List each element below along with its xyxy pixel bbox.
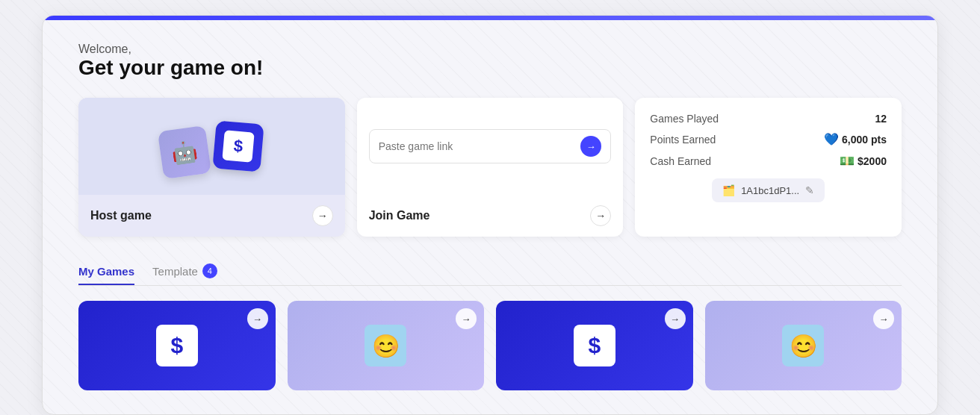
- cash-icon: 💵: [840, 154, 855, 168]
- points-earned-label: Points Earned: [650, 134, 716, 146]
- paste-link-arrow-button[interactable]: →: [580, 136, 601, 157]
- template-badge: 4: [202, 263, 217, 278]
- welcome-section: Welcome, Get your game on!: [78, 43, 902, 80]
- robot-face-icon: 🤖: [170, 138, 199, 166]
- host-card-bottom: Host game →: [78, 195, 345, 237]
- games-played-value: 12: [875, 113, 887, 125]
- host-game-card[interactable]: 🤖 $ Host game →: [78, 98, 345, 237]
- join-card-bottom: Join Game →: [357, 195, 624, 237]
- game-card-1[interactable]: → $: [78, 301, 276, 390]
- wallet-address: 1A1bc1dP1...: [741, 185, 799, 196]
- tab-my-games[interactable]: My Games: [78, 259, 134, 285]
- game-card-2-icon: 😊: [365, 325, 406, 366]
- cash-earned-row: Cash Earned 💵 $2000: [650, 154, 887, 168]
- host-game-arrow-button[interactable]: →: [312, 205, 333, 226]
- dollar-icon: $: [223, 130, 255, 162]
- join-game-arrow-button[interactable]: →: [590, 205, 611, 226]
- points-icon: 💙: [824, 132, 839, 146]
- points-earned-row: Points Earned 💙 6,000 pts: [650, 132, 887, 146]
- main-grid: 🤖 $ Host game → → Join G: [78, 98, 902, 237]
- app-window: Welcome, Get your game on! 🤖 $ Host game…: [42, 15, 938, 415]
- game-card-3-icon: $: [574, 325, 615, 366]
- game-card-2-arrow[interactable]: →: [456, 308, 477, 329]
- game-card-4[interactable]: → 😊: [705, 301, 902, 390]
- wallet-icon: 🗂️: [722, 184, 735, 196]
- paste-input-container: →: [369, 129, 612, 163]
- wallet-row: 🗂️ 1A1bc1dP1... ✎: [650, 178, 887, 202]
- cash-earned-value: 💵 $2000: [840, 154, 887, 168]
- game-card-1-arrow[interactable]: →: [247, 308, 268, 329]
- join-game-label: Join Game: [369, 209, 430, 222]
- host-card-image: 🤖 $: [78, 98, 345, 195]
- game-icon-robot: 🤖: [158, 125, 211, 179]
- cash-earned-label: Cash Earned: [650, 155, 711, 167]
- welcome-title: Get your game on!: [78, 56, 902, 80]
- tab-template[interactable]: Template 4: [152, 258, 217, 286]
- host-game-label: Host game: [90, 209, 152, 222]
- join-card-top: →: [357, 98, 624, 195]
- game-icons: 🤖 $: [161, 122, 262, 170]
- games-grid: → $ → 😊 → $ → 😊: [78, 301, 902, 390]
- join-game-card[interactable]: → Join Game →: [357, 98, 624, 237]
- game-card-1-icon: $: [156, 325, 198, 366]
- wallet-badge: 🗂️ 1A1bc1dP1... ✎: [712, 178, 825, 202]
- paste-game-link-input[interactable]: [379, 140, 581, 152]
- game-card-3-arrow[interactable]: →: [665, 308, 686, 329]
- games-played-row: Games Played 12: [650, 113, 887, 125]
- game-icon-dollar: $: [213, 120, 264, 172]
- game-card-3[interactable]: → $: [496, 301, 693, 390]
- edit-wallet-icon[interactable]: ✎: [805, 184, 814, 196]
- points-earned-value: 💙 6,000 pts: [824, 132, 887, 146]
- game-card-4-icon: 😊: [782, 325, 824, 366]
- top-bar: [43, 16, 937, 20]
- games-played-label: Games Played: [650, 113, 719, 125]
- tabs-section: My Games Template 4: [78, 258, 902, 286]
- game-card-4-arrow[interactable]: →: [873, 308, 894, 329]
- welcome-subtitle: Welcome,: [78, 43, 902, 56]
- game-card-2[interactable]: → 😊: [288, 301, 485, 390]
- stats-card: Games Played 12 Points Earned 💙 6,000 pt…: [635, 98, 902, 237]
- tabs-row: My Games Template 4: [78, 258, 902, 286]
